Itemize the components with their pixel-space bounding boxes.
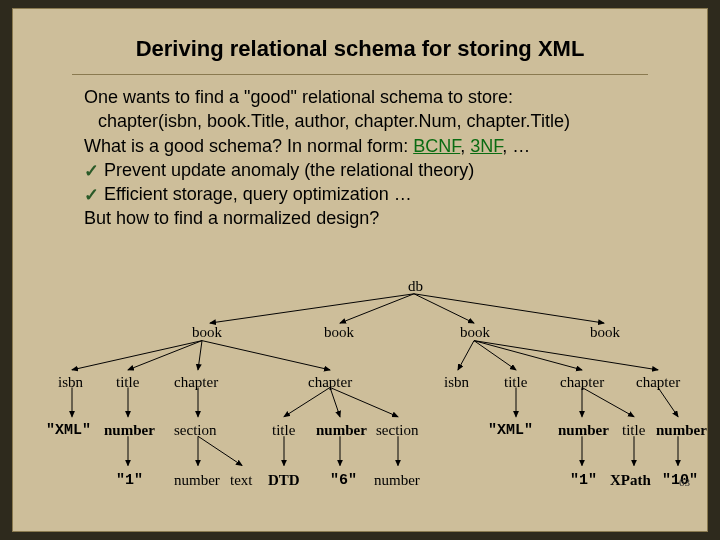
slide-title: Deriving relational schema for storing X… <box>12 8 708 68</box>
node-dtd: DTD <box>268 472 300 489</box>
node-number: number <box>316 422 367 439</box>
node-chapter: chapter <box>636 374 680 391</box>
node-chapter: chapter <box>308 374 352 391</box>
body-line: Prevent update anomaly (the relational t… <box>84 158 668 182</box>
node-one: "1" <box>570 472 597 489</box>
node-title: title <box>504 374 527 391</box>
svg-line-21 <box>658 387 678 416</box>
slide-body: One wants to find a "good" relational sc… <box>12 85 708 231</box>
node-book: book <box>192 324 222 341</box>
svg-line-0 <box>210 294 414 323</box>
svg-line-16 <box>330 387 340 416</box>
link-bcnf: BCNF <box>413 136 460 156</box>
node-text: text <box>230 472 253 489</box>
node-number: number <box>174 472 220 489</box>
node-title: title <box>116 374 139 391</box>
node-number: number <box>656 422 707 439</box>
node-title: title <box>272 422 295 439</box>
svg-line-9 <box>474 341 516 370</box>
text-frag: , … <box>502 136 530 156</box>
slide-number: 63 <box>679 476 690 488</box>
svg-line-3 <box>414 294 604 323</box>
node-six: "6" <box>330 472 357 489</box>
node-xml: "XML" <box>46 422 91 439</box>
node-number: number <box>374 472 420 489</box>
svg-line-24 <box>198 436 242 465</box>
svg-line-6 <box>198 341 202 370</box>
node-book: book <box>460 324 490 341</box>
svg-line-17 <box>330 387 398 416</box>
node-chapter: chapter <box>560 374 604 391</box>
slide: Deriving relational schema for storing X… <box>12 8 708 532</box>
node-xml: "XML" <box>488 422 533 439</box>
diagram-arrows <box>22 286 698 526</box>
node-number: number <box>104 422 155 439</box>
node-db: db <box>408 278 423 295</box>
node-xpath: XPath <box>610 472 651 489</box>
node-section: section <box>174 422 217 439</box>
svg-line-20 <box>582 387 634 416</box>
svg-line-15 <box>284 387 330 416</box>
node-one: "1" <box>116 472 143 489</box>
node-title: title <box>622 422 645 439</box>
node-number: number <box>558 422 609 439</box>
svg-line-1 <box>340 294 414 323</box>
node-book: book <box>590 324 620 341</box>
svg-line-4 <box>72 341 202 370</box>
tree-diagram: db book book book book isbn title chapte… <box>22 286 698 526</box>
text-frag: What is a good schema? In normal form: <box>84 136 413 156</box>
body-line: What is a good schema? In normal form: B… <box>84 134 668 158</box>
body-line: One wants to find a "good" relational sc… <box>84 85 668 109</box>
body-line: chapter(isbn, book.Title, author, chapte… <box>84 109 668 133</box>
node-chapter: chapter <box>174 374 218 391</box>
body-line: But how to find a normalized design? <box>84 206 668 230</box>
body-line: Efficient storage, query optimization … <box>84 182 668 206</box>
title-rule <box>72 74 648 75</box>
link-3nf: 3NF <box>470 136 502 156</box>
node-section: section <box>376 422 419 439</box>
svg-line-7 <box>202 341 330 370</box>
node-book: book <box>324 324 354 341</box>
svg-line-8 <box>458 341 474 370</box>
node-isbn: isbn <box>58 374 83 391</box>
text-frag: , <box>460 136 470 156</box>
node-isbn: isbn <box>444 374 469 391</box>
